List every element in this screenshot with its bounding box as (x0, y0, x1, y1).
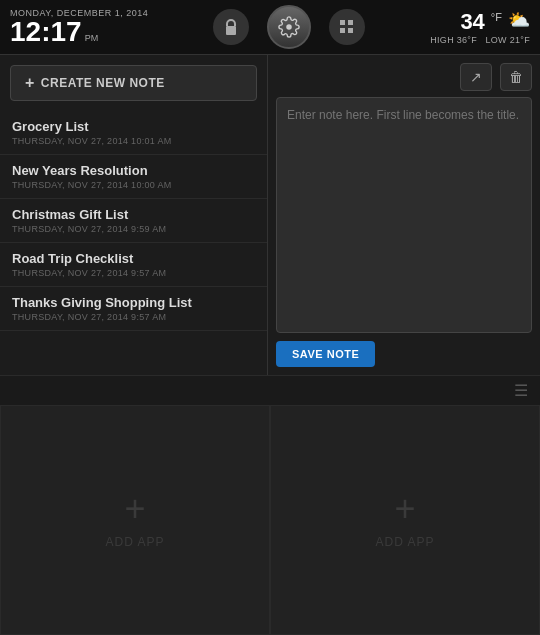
share-icon: ↗ (470, 69, 482, 85)
add-app-label-left: ADD APP (105, 535, 164, 549)
status-left: MONDAY, DECEMBER 1, 2014 12:17 PM (10, 8, 148, 46)
note-item[interactable]: Grocery List THURSDAY, NOV 27, 2014 10:0… (0, 111, 267, 155)
svg-rect-1 (340, 20, 345, 25)
svg-rect-0 (226, 26, 236, 35)
gear-button[interactable] (267, 5, 311, 49)
status-bar: MONDAY, DECEMBER 1, 2014 12:17 PM (0, 0, 540, 55)
lock-button[interactable] (213, 9, 249, 45)
create-note-button[interactable]: + CREATE NEW NOTE (10, 65, 257, 101)
trash-icon: 🗑 (509, 69, 523, 85)
notes-list: Grocery List THURSDAY, NOV 27, 2014 10:0… (0, 111, 267, 331)
temperature-range: HIGH 36°F LOW 21°F (430, 35, 530, 45)
weather-icon: ⛅ (508, 9, 530, 31)
editor-panel: ↗ 🗑 SAVE NOTE (268, 55, 540, 375)
note-date: THURSDAY, NOV 27, 2014 9:59 AM (12, 224, 255, 234)
main-content: + CREATE NEW NOTE Grocery List THURSDAY,… (0, 55, 540, 375)
add-app-label-right: ADD APP (375, 535, 434, 549)
temperature-value: 34 (460, 9, 484, 35)
note-title: Grocery List (12, 119, 255, 134)
notes-panel: + CREATE NEW NOTE Grocery List THURSDAY,… (0, 55, 268, 375)
note-date: THURSDAY, NOV 27, 2014 9:57 AM (12, 312, 255, 322)
create-plus-icon: + (25, 74, 35, 92)
editor-toolbar: ↗ 🗑 (276, 63, 532, 91)
status-right: 34 °F ⛅ HIGH 36°F LOW 21°F (430, 9, 530, 45)
note-textarea[interactable] (276, 97, 532, 333)
note-title: Thanks Giving Shopping List (12, 295, 255, 310)
add-app-tile-left[interactable]: + ADD APP (0, 405, 270, 635)
svg-rect-3 (340, 28, 345, 33)
grid-button[interactable] (329, 9, 365, 45)
add-app-row: + ADD APP + ADD APP (0, 405, 540, 635)
add-app-tile-right[interactable]: + ADD APP (270, 405, 540, 635)
svg-rect-2 (348, 20, 353, 25)
list-view-icon[interactable]: ☰ (514, 381, 528, 400)
save-note-button[interactable]: SAVE NOTE (276, 341, 375, 367)
delete-button[interactable]: 🗑 (500, 63, 532, 91)
note-date: THURSDAY, NOV 27, 2014 10:01 AM (12, 136, 255, 146)
temperature-unit: °F (491, 11, 502, 23)
create-note-label: CREATE NEW NOTE (41, 76, 165, 90)
note-item[interactable]: New Years Resolution THURSDAY, NOV 27, 2… (0, 155, 267, 199)
note-item[interactable]: Christmas Gift List THURSDAY, NOV 27, 20… (0, 199, 267, 243)
note-item[interactable]: Thanks Giving Shopping List THURSDAY, NO… (0, 287, 267, 331)
add-app-plus-right: + (394, 491, 415, 527)
status-ampm: PM (85, 33, 99, 43)
note-date: THURSDAY, NOV 27, 2014 9:57 AM (12, 268, 255, 278)
add-app-plus-left: + (124, 491, 145, 527)
note-title: Christmas Gift List (12, 207, 255, 222)
temperature-display: 34 °F ⛅ (460, 9, 530, 35)
status-time: 12:17 (10, 18, 82, 46)
note-date: THURSDAY, NOV 27, 2014 10:00 AM (12, 180, 255, 190)
svg-rect-4 (348, 28, 353, 33)
share-button[interactable]: ↗ (460, 63, 492, 91)
list-icon-row: ☰ (0, 375, 540, 405)
note-title: Road Trip Checklist (12, 251, 255, 266)
note-title: New Years Resolution (12, 163, 255, 178)
status-center (213, 5, 365, 49)
note-item[interactable]: Road Trip Checklist THURSDAY, NOV 27, 20… (0, 243, 267, 287)
